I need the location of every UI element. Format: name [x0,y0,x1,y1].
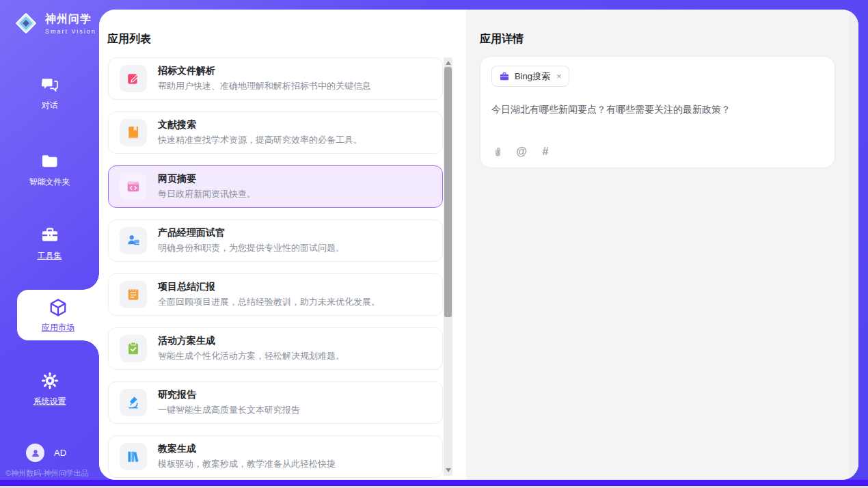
app-card-desc: 每日政府新闻资讯快查。 [158,188,256,200]
app-detail-panel: 应用详情 Bing搜索 × 今日湖北有哪些新闻要点？有哪些需要关注的最新政策？ [466,10,858,480]
sidebar-item-chat[interactable]: 对话 [0,75,99,111]
app-card[interactable]: 活动方案生成智能生成个性化活动方案，轻松解决规划难题。 [108,327,443,370]
scroll-up-icon[interactable] [446,61,451,65]
folder-icon [40,152,59,171]
scrollbar-thumb[interactable] [444,67,452,317]
user-name: AD [54,448,66,458]
books-icon [126,449,141,464]
sidebar-item-label: 智能文件夹 [29,176,70,188]
app-icon-tile [120,281,147,308]
tab-curve-bottom [83,340,99,357]
app-card-title: 教案生成 [158,443,336,455]
composer-toolbar: @ # [491,146,552,158]
sidebar-item-tools[interactable]: 工具集 [0,226,99,262]
briefcase-icon [499,71,510,82]
app-icon-tile [120,173,147,200]
app-icon-tile [120,443,147,470]
app-window: 神州问学 Smart Vision 对话智能文件夹工具集应用市场系统设置 AD … [0,0,868,488]
brand-subtitle: Smart Vision [45,28,96,35]
scrollbar[interactable] [444,57,452,476]
close-icon[interactable]: × [556,71,562,81]
clipboard-check-icon [126,341,141,356]
diamond-logo-icon [12,10,40,37]
app-card[interactable]: 项目总结汇报全面回顾项目进展，总结经验教训，助力未来优化发展。 [108,273,443,316]
book-icon [126,125,141,140]
at-icon[interactable]: @ [515,146,528,158]
app-card[interactable]: 研究报告一键智能生成高质量长文本研究报告 [108,381,443,424]
microscope-icon [126,395,141,410]
sidebar: 神州问学 Smart Vision 对话智能文件夹工具集应用市场系统设置 AD … [0,0,99,488]
app-card-title: 活动方案生成 [158,335,344,347]
gear-icon [40,371,59,390]
edit-icon [126,71,141,86]
prompt-composer[interactable]: Bing搜索 × 今日湖北有哪些新闻要点？有哪些需要关注的最新政策？ @ # [480,56,835,168]
sidebar-item-label: 工具集 [38,250,62,262]
app-list-panel: 应用列表 招标文件解析帮助用户快速、准确地理解和解析招标书中的关键信息文献搜索快… [99,10,466,480]
app-icon-tile [120,65,147,92]
toolbox-icon [40,226,59,245]
tab-curve-top [83,273,99,290]
scroll-down-icon[interactable] [446,468,451,472]
sidebar-item-market[interactable]: 应用市场 [17,290,99,340]
app-card-desc: 模板驱动，教案秒成，教学准备从此轻松快捷 [158,458,336,470]
sidebar-item-label: 对话 [42,100,58,111]
app-icon-tile [120,389,147,416]
app-card-title: 文献搜索 [158,119,362,131]
bottom-accent-bar [0,480,868,486]
app-card-title: 招标文件解析 [158,65,371,77]
app-card-desc: 智能生成个性化活动方案，轻松解决规划难题。 [158,350,344,362]
app-card-desc: 明确身份和职责，为您提供专业性的面试问题。 [158,242,344,254]
app-card[interactable]: 产品经理面试官明确身份和职责，为您提供专业性的面试问题。 [108,219,443,262]
browser-code-icon [126,179,141,194]
app-icon-tile [120,227,147,254]
app-icon-tile [120,119,147,146]
app-card-desc: 帮助用户快速、准确地理解和解析招标书中的关键信息 [158,80,371,92]
copyright-footer: ©神州数码·神州问学出品 [5,468,89,478]
app-card[interactable]: 文献搜索快速精准查找学术资源，提高研究效率的必备工具。 [108,111,443,154]
sidebar-item-label: 应用市场 [42,322,74,334]
app-card-list: 招标文件解析帮助用户快速、准确地理解和解析招标书中的关键信息文献搜索快速精准查找… [108,57,443,480]
app-card-desc: 快速精准查找学术资源，提高研究效率的必备工具。 [158,134,362,146]
sidebar-item-settings[interactable]: 系统设置 [0,371,99,407]
brand-name: 神州问学 [45,12,96,27]
app-card-title: 网页摘要 [158,173,256,185]
chat-icon [40,75,59,94]
sidebar-item-folders[interactable]: 智能文件夹 [0,152,99,188]
app-list-title: 应用列表 [107,32,151,46]
paperclip-icon[interactable] [491,146,504,158]
app-card[interactable]: 招标文件解析帮助用户快速、准确地理解和解析招标书中的关键信息 [108,57,443,100]
app-card-title: 项目总结汇报 [158,281,380,293]
brand-logo: 神州问学 Smart Vision [12,10,96,37]
app-detail-title: 应用详情 [480,32,524,46]
app-card-desc: 全面回顾项目进展，总结经验教训，助力未来优化发展。 [158,296,380,308]
app-card-title: 产品经理面试官 [158,227,344,239]
detail-scroll-track [850,10,858,480]
user-account[interactable]: AD [26,444,66,462]
interviewer-icon [126,233,141,248]
app-card-desc: 一键智能生成高质量长文本研究报告 [158,404,300,416]
sidebar-item-label: 系统设置 [33,396,66,407]
hash-icon[interactable]: # [539,146,552,158]
app-card[interactable]: 网页摘要每日政府新闻资讯快查。 [108,165,443,208]
app-card-title: 研究报告 [158,389,300,401]
tool-tag-bing[interactable]: Bing搜索 × [491,66,569,87]
tool-tag-label: Bing搜索 [515,70,550,83]
content-area: 应用列表 招标文件解析帮助用户快速、准确地理解和解析招标书中的关键信息文献搜索快… [99,10,858,480]
app-card[interactable]: 教案生成模板驱动，教案秒成，教学准备从此轻松快捷 [108,435,443,478]
cube-icon [48,297,68,318]
avatar [26,444,44,462]
app-icon-tile [120,335,147,362]
question-text[interactable]: 今日湖北有哪些新闻要点？有哪些需要关注的最新政策？ [491,104,824,116]
note-icon [126,287,141,302]
